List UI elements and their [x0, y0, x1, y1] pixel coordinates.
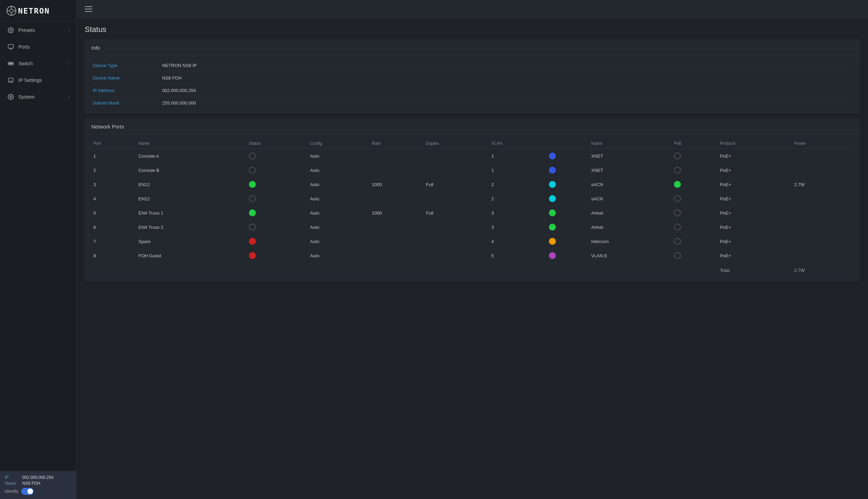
sidebar-item-ip-settings-label: IP Settings: [18, 77, 70, 83]
svg-point-6: [10, 30, 12, 31]
status-dot-red: [249, 238, 256, 245]
info-val-ip-address: 002.000.000.254: [162, 88, 196, 93]
identify-toggle[interactable]: [21, 488, 34, 495]
col-protocol: Protocol: [718, 138, 792, 149]
cell-vlan: 5: [489, 249, 546, 263]
cell-protocol: PoE+: [718, 220, 792, 234]
info-key-ip-address: IP Address: [93, 88, 162, 93]
status-dot-empty: [249, 224, 256, 231]
info-row-device-name: Device Name NS8 FOH: [91, 72, 853, 84]
cell-poe: [672, 163, 718, 177]
col-duplex: Duplex: [424, 138, 489, 149]
switch-icon: [7, 60, 14, 67]
cell-poe: [672, 192, 718, 206]
cell-vlan-name: sACN: [589, 177, 672, 192]
cell-poe: [672, 249, 718, 263]
cell-duplex: [424, 192, 489, 206]
info-card-header: Info: [85, 40, 859, 56]
cell-power: [792, 163, 853, 177]
cell-rate: [370, 220, 424, 234]
info-val-device-name: NS8 FOH: [162, 75, 182, 81]
cell-name: Spare: [136, 234, 247, 249]
cell-port: 4: [91, 192, 136, 206]
cell-vlan: 4: [489, 234, 546, 249]
cell-vlan: 2: [489, 192, 546, 206]
status-dot-empty: [674, 224, 681, 231]
sidebar-item-presets-label: Presets: [18, 27, 68, 33]
topbar: [76, 0, 868, 18]
cell-status: [247, 149, 308, 163]
cell-config: Auto: [308, 234, 370, 249]
cell-name: FOH Guest: [136, 249, 247, 263]
sidebar-item-switch-label: Switch: [18, 61, 68, 66]
cell-vlan: 1: [489, 149, 546, 163]
cell-protocol: PoE+: [718, 163, 792, 177]
cell-vlan-color: [547, 149, 589, 163]
cell-protocol: PoE+: [718, 192, 792, 206]
cell-poe: [672, 149, 718, 163]
status-dot-green: [674, 181, 681, 188]
cell-vlan-color: [547, 234, 589, 249]
cell-duplex: [424, 220, 489, 234]
chevron-icon-system: ›: [68, 95, 70, 99]
cell-status: [247, 220, 308, 234]
table-row[interactable]: 2 Console B Auto 1 XNET PoE+: [91, 163, 853, 177]
table-row[interactable]: 4 EN12 Auto 2 sACN PoE+: [91, 192, 853, 206]
sidebar-item-presets[interactable]: Presets ›: [0, 22, 76, 39]
col-vlan: VLAN: [489, 138, 546, 149]
col-rate: Rate: [370, 138, 424, 149]
info-row-subnet: Subnet MasK 255.000.000.000: [91, 97, 853, 109]
main-content: Status Info Device Type NETRON NS8 IP De…: [76, 0, 868, 499]
cell-duplex: [424, 234, 489, 249]
gear-icon-system: [7, 93, 14, 100]
sidebar-item-ports[interactable]: Ports: [0, 39, 76, 55]
svg-point-16: [10, 96, 12, 98]
svg-rect-7: [8, 44, 14, 48]
table-row[interactable]: 6 EN4 Truss 2 Auto 3 Artnet PoE+: [91, 220, 853, 234]
ip-label: IP: [5, 475, 20, 480]
hamburger-button[interactable]: [83, 5, 94, 13]
table-row[interactable]: 7 Spare Auto 4 Intercom PoE+: [91, 234, 853, 249]
status-dot-empty: [674, 167, 681, 174]
cell-vlan-name: XNET: [589, 163, 672, 177]
logo-text: NETRON: [18, 7, 50, 15]
cell-protocol: PoE+: [718, 177, 792, 192]
info-key-device-type: Device Type: [93, 63, 162, 68]
status-dot-empty: [674, 238, 681, 245]
info-card: Info Device Type NETRON NS8 IP Device Na…: [85, 40, 860, 113]
ports-card-header: Network Ports: [85, 119, 859, 135]
cell-rate: [370, 163, 424, 177]
cell-duplex: [424, 163, 489, 177]
table-row[interactable]: 8 FOH Guest Auto 5 VLAN E PoE+: [91, 249, 853, 263]
cell-vlan: 3: [489, 206, 546, 220]
monitor-icon: [7, 43, 14, 50]
cell-status: [247, 177, 308, 192]
cell-protocol: PoE+: [718, 249, 792, 263]
status-dot-empty: [674, 195, 681, 202]
col-port: Port: [91, 138, 136, 149]
sidebar-item-switch[interactable]: Switch ›: [0, 55, 76, 72]
cell-config: Auto: [308, 249, 370, 263]
col-poe: PoE: [672, 138, 718, 149]
sidebar-item-ip-settings[interactable]: IP Settings: [0, 72, 76, 89]
info-val-subnet: 255.000.000.000: [162, 100, 196, 106]
cell-vlan-color: [547, 206, 589, 220]
status-dot-green: [249, 181, 256, 188]
table-row[interactable]: 1 Console A Auto 1 XNET PoE+: [91, 149, 853, 163]
cell-vlan-name: VLAN E: [589, 249, 672, 263]
cell-name: EN4 Truss 2: [136, 220, 247, 234]
table-row[interactable]: 5 EN4 Truss 1 Auto 1000 Full 3 Artnet Po…: [91, 206, 853, 220]
cell-duplex: Full: [424, 206, 489, 220]
cell-name: EN12: [136, 177, 247, 192]
vlan-color-dot: [549, 195, 556, 202]
table-row[interactable]: 3 EN12 Auto 1000 Full 2 sACN PoE+ 2.7W: [91, 177, 853, 192]
cell-config: Auto: [308, 220, 370, 234]
sidebar-item-system[interactable]: System ›: [0, 89, 76, 105]
cell-duplex: [424, 149, 489, 163]
cell-name: Console A: [136, 149, 247, 163]
status-dot-empty: [674, 252, 681, 259]
identify-label: Identify: [5, 489, 18, 494]
cell-rate: [370, 149, 424, 163]
cell-duplex: [424, 249, 489, 263]
cell-power: [792, 192, 853, 206]
